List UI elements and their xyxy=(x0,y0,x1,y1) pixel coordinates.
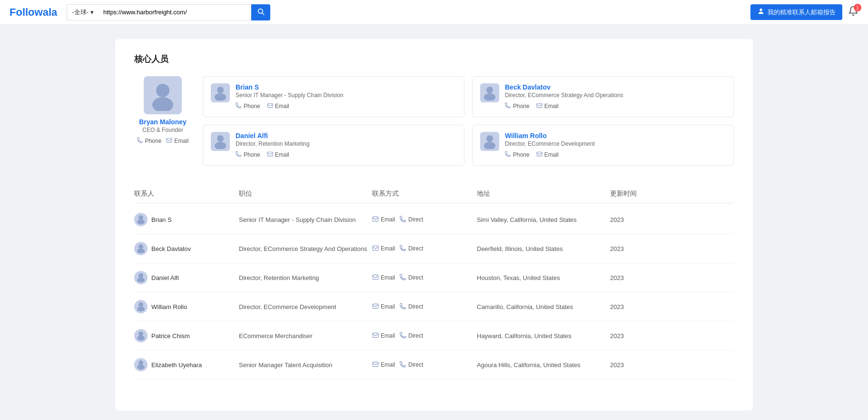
svg-point-25 xyxy=(137,278,145,282)
founder-email-link[interactable]: Email xyxy=(166,137,188,145)
person-info-3: William Rollo Director, ECommerce Develo… xyxy=(505,132,726,159)
svg-point-6 xyxy=(217,87,224,93)
svg-point-13 xyxy=(215,142,226,149)
person-actions-0: Phone Email xyxy=(236,102,456,110)
person-job-1: Director, ECommerce Strategy And Operati… xyxy=(505,92,726,99)
row-email-btn-4[interactable]: Email xyxy=(372,332,395,340)
row-email-btn-5[interactable]: Email xyxy=(372,361,395,369)
person-card-0: Brian S Senior IT Manager - Supply Chain… xyxy=(203,76,464,117)
notification-badge: 1 xyxy=(854,4,861,11)
founder-job-title: CEO & Founder xyxy=(142,127,183,133)
table-row: Patrice Chism ECommerce Merchandiser Ema… xyxy=(134,321,734,350)
person-email-0[interactable]: Email xyxy=(267,102,289,110)
search-button[interactable] xyxy=(251,4,270,20)
person-email-2[interactable]: Email xyxy=(267,151,289,159)
phone-icon xyxy=(505,151,511,159)
search-input[interactable] xyxy=(99,5,251,20)
table-row: Elizabeth Uyehara Senior Manager Talent … xyxy=(134,350,734,380)
svg-point-12 xyxy=(217,135,224,142)
person-email-3[interactable]: Email xyxy=(536,151,559,159)
person-name-3: William Rollo xyxy=(505,132,726,140)
row-job-0: Senior IT Manager - Supply Chain Divisio… xyxy=(239,216,372,223)
row-direct-btn-0[interactable]: Direct xyxy=(400,216,423,224)
person-name-2: Daniel Alfi xyxy=(236,132,456,140)
col-header-contact-method: 联系方式 xyxy=(372,190,477,198)
svg-rect-32 xyxy=(373,333,378,337)
phone-icon xyxy=(236,151,242,159)
phone-icon xyxy=(400,303,406,311)
svg-rect-8 xyxy=(267,103,273,108)
core-members: Bryan Maloney CEO & Founder Phone xyxy=(134,76,734,166)
person-card-3: William Rollo Director, ECommerce Develo… xyxy=(472,125,734,166)
col-header-address: 地址 xyxy=(477,190,610,198)
row-direct-btn-1[interactable]: Direct xyxy=(400,245,423,253)
table-row: Brian S Senior IT Manager - Supply Chain… xyxy=(134,205,734,234)
user-icon xyxy=(757,8,765,17)
email-icon xyxy=(372,216,379,224)
row-year-2: 2023 xyxy=(610,274,667,281)
header: Followala -全球- ▾ 我的精 xyxy=(0,0,868,25)
founder-card: Bryan Maloney CEO & Founder Phone xyxy=(134,76,191,145)
person-avatar-2 xyxy=(211,132,230,151)
svg-point-15 xyxy=(486,135,493,142)
svg-rect-26 xyxy=(373,275,378,279)
row-avatar-1 xyxy=(134,242,148,255)
row-actions-1: Email Direct xyxy=(372,245,477,253)
row-job-4: ECommerce Merchandiser xyxy=(239,332,372,340)
row-email-btn-0[interactable]: Email xyxy=(372,216,395,224)
row-email-btn-3[interactable]: Email xyxy=(372,303,395,311)
svg-point-21 xyxy=(138,244,143,249)
contacts-table: 联系人 职位 联系方式 地址 更新时间 Brian S Senior IT Ma… xyxy=(134,185,734,380)
header-right: 我的精准联系人邮箱报告 1 xyxy=(750,4,858,20)
svg-point-9 xyxy=(486,87,493,93)
row-job-1: Director, ECommerce Strategy And Operati… xyxy=(239,245,372,252)
search-icon xyxy=(257,8,265,17)
svg-point-30 xyxy=(138,331,143,336)
founder-phone-link[interactable]: Phone xyxy=(137,137,162,145)
person-avatar-1 xyxy=(480,83,499,102)
svg-point-3 xyxy=(156,84,169,97)
row-email-btn-2[interactable]: Email xyxy=(372,274,395,282)
svg-rect-29 xyxy=(373,304,378,308)
person-phone-2[interactable]: Phone xyxy=(236,151,260,159)
svg-point-7 xyxy=(215,93,226,100)
notification-button[interactable]: 1 xyxy=(848,6,858,19)
phone-icon xyxy=(400,361,406,369)
row-location-0: Simi Valley, California, United States xyxy=(477,216,610,223)
row-email-btn-1[interactable]: Email xyxy=(372,245,395,253)
email-icon xyxy=(372,361,379,369)
person-avatar-3 xyxy=(480,132,499,151)
row-direct-btn-4[interactable]: Direct xyxy=(400,332,423,340)
region-select[interactable]: -全球- ▾ xyxy=(67,4,99,20)
phone-icon xyxy=(236,102,242,110)
row-location-4: Hayward, California, United States xyxy=(477,332,610,340)
person-phone-1[interactable]: Phone xyxy=(505,102,530,110)
person-email-1[interactable]: Email xyxy=(536,102,559,110)
founder-actions: Phone Email xyxy=(137,137,189,145)
row-name-5: Elizabeth Uyehara xyxy=(151,361,202,369)
report-button[interactable]: 我的精准联系人邮箱报告 xyxy=(750,4,842,20)
person-phone-3[interactable]: Phone xyxy=(505,151,530,159)
person-info-2: Daniel Alfi Director, Retention Marketin… xyxy=(236,132,456,159)
table-row: Daniel Alfi Director, Retention Marketin… xyxy=(134,263,734,292)
row-direct-btn-5[interactable]: Direct xyxy=(400,361,423,369)
email-icon xyxy=(536,151,542,159)
row-direct-btn-2[interactable]: Direct xyxy=(400,274,423,282)
row-name-1: Beck Davlatov xyxy=(151,245,191,252)
row-year-3: 2023 xyxy=(610,303,667,310)
row-contact-1: Beck Davlatov xyxy=(134,242,239,255)
person-card-2: Daniel Alfi Director, Retention Marketin… xyxy=(203,125,464,166)
row-actions-0: Email Direct xyxy=(372,216,477,224)
person-actions-1: Phone Email xyxy=(505,102,726,110)
row-direct-btn-3[interactable]: Direct xyxy=(400,303,423,311)
svg-point-28 xyxy=(137,307,145,311)
email-icon xyxy=(267,151,273,159)
row-location-1: Deerfield, Illinois, United States xyxy=(477,245,610,252)
phone-icon xyxy=(400,245,406,253)
email-icon xyxy=(372,332,379,340)
svg-point-18 xyxy=(138,215,143,220)
row-avatar-5 xyxy=(134,358,148,371)
row-name-3: William Rollo xyxy=(151,303,187,310)
person-phone-0[interactable]: Phone xyxy=(236,102,260,110)
row-location-5: Agoura Hills, California, United States xyxy=(477,361,610,369)
